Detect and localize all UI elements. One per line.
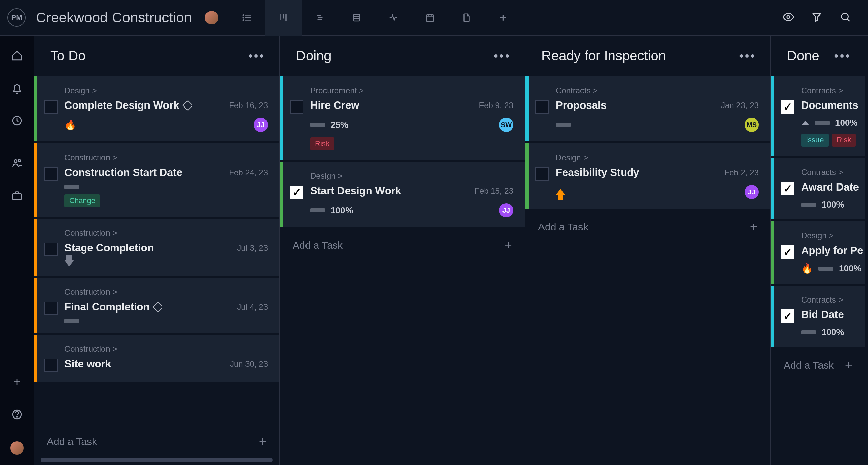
- app-logo[interactable]: PM: [7, 8, 26, 27]
- nav-user-avatar[interactable]: [10, 441, 24, 455]
- card-icons: [64, 185, 79, 189]
- column-header: Doing •••: [280, 36, 525, 76]
- view-table[interactable]: [338, 0, 375, 36]
- task-card[interactable]: Contracts >Documents100%IssueRisk: [771, 76, 865, 156]
- nav-recent[interactable]: [11, 115, 23, 128]
- tag[interactable]: Issue: [801, 134, 829, 147]
- assignee-avatar[interactable]: JJ: [254, 118, 268, 132]
- task-card[interactable]: Construction >Final CompletionJul 4, 23: [34, 278, 279, 333]
- card-category[interactable]: Construction >: [64, 344, 268, 354]
- scrollbar[interactable]: [41, 458, 273, 462]
- task-checkbox[interactable]: [44, 167, 58, 181]
- card-stripe: [34, 219, 37, 276]
- tag[interactable]: Change: [64, 194, 100, 207]
- project-title[interactable]: Creekwood Construction: [36, 9, 192, 26]
- tag[interactable]: Risk: [310, 137, 334, 150]
- view-files[interactable]: [448, 0, 485, 36]
- kanban-board[interactable]: To Do ••• Design >Complete Design WorkFe…: [34, 36, 868, 465]
- card-category[interactable]: Construction >: [64, 287, 268, 297]
- card-category[interactable]: Contracts >: [801, 86, 859, 95]
- column-body: Procurement >Hire CrewFeb 9, 2325%SWRisk…: [280, 76, 525, 465]
- nav-portfolio[interactable]: [11, 190, 23, 203]
- card-category[interactable]: Design >: [801, 231, 863, 240]
- task-checkbox[interactable]: [781, 182, 794, 195]
- task-checkbox[interactable]: [535, 167, 549, 181]
- nav-home[interactable]: [11, 50, 23, 63]
- card-category[interactable]: Contracts >: [801, 168, 859, 177]
- svg-rect-12: [354, 14, 360, 21]
- card-content: Construction >Site workJun 30, 23: [37, 335, 279, 382]
- task-card[interactable]: Construction >Construction Start DateFeb…: [34, 143, 279, 217]
- card-date: Feb 24, 23: [229, 168, 268, 177]
- view-calendar[interactable]: [412, 0, 448, 36]
- add-task-button[interactable]: Add a Task+: [34, 425, 279, 458]
- card-date: Feb 15, 23: [474, 186, 513, 196]
- card-category[interactable]: Construction >: [64, 228, 268, 238]
- nav-notifications[interactable]: [11, 82, 23, 95]
- project-avatar[interactable]: [205, 11, 218, 24]
- task-card[interactable]: Design >Feasibility StudyFeb 2, 23JJ: [525, 143, 770, 209]
- add-task-button[interactable]: Add a Task+: [771, 349, 865, 381]
- visibility-button[interactable]: [783, 11, 794, 24]
- card-category[interactable]: Design >: [310, 171, 513, 181]
- card-category[interactable]: Contracts >: [556, 86, 759, 95]
- task-checkbox[interactable]: [44, 359, 58, 372]
- add-task-button[interactable]: Add a Task+: [280, 229, 525, 261]
- card-category[interactable]: Contracts >: [801, 295, 854, 305]
- nav-add[interactable]: +: [13, 375, 20, 389]
- task-checkbox[interactable]: [44, 100, 58, 114]
- task-card[interactable]: Construction >Stage CompletionJul 3, 23: [34, 219, 279, 276]
- column-menu-button[interactable]: •••: [494, 49, 511, 63]
- view-board[interactable]: [265, 0, 302, 36]
- card-content: Contracts >Award Date100%: [774, 158, 865, 219]
- column-menu-button[interactable]: •••: [248, 49, 265, 63]
- assignee-avatar[interactable]: JJ: [499, 203, 513, 217]
- view-list[interactable]: [229, 0, 265, 36]
- view-activity[interactable]: [375, 0, 412, 36]
- tag[interactable]: Risk: [832, 134, 856, 147]
- svg-point-27: [18, 159, 21, 162]
- card-category[interactable]: Construction >: [64, 153, 268, 162]
- assignee-avatar[interactable]: JJ: [745, 185, 759, 199]
- task-card[interactable]: Design >Complete Design WorkFeb 16, 23🔥J…: [34, 76, 279, 141]
- column-menu-button[interactable]: •••: [834, 49, 851, 63]
- svg-point-21: [787, 16, 790, 19]
- task-checkbox[interactable]: [781, 100, 794, 114]
- column-body: Design >Complete Design WorkFeb 16, 23🔥J…: [34, 76, 279, 425]
- add-task-button[interactable]: Add a Task+: [525, 211, 770, 243]
- card-category[interactable]: Procurement >: [310, 86, 513, 95]
- people-icon: [11, 157, 23, 169]
- card-category[interactable]: Design >: [64, 86, 268, 95]
- view-gantt[interactable]: [302, 0, 338, 36]
- task-checkbox[interactable]: [535, 100, 549, 114]
- task-checkbox[interactable]: [781, 245, 794, 259]
- board-icon: [278, 13, 289, 23]
- task-checkbox[interactable]: [44, 243, 58, 256]
- assignee-avatar[interactable]: MS: [745, 118, 759, 132]
- card-content: Design >Complete Design WorkFeb 16, 23🔥J…: [37, 76, 279, 141]
- add-task-label: Add a Task: [47, 436, 97, 447]
- card-date: Jun 30, 23: [230, 359, 268, 369]
- task-card[interactable]: Design >Apply for Pe🔥100%: [771, 221, 865, 284]
- task-checkbox[interactable]: [290, 186, 303, 199]
- card-category[interactable]: Design >: [556, 153, 759, 162]
- card-title: Complete Design Work: [64, 99, 192, 112]
- task-card[interactable]: Design >Start Design WorkFeb 15, 23100%J…: [280, 162, 525, 227]
- task-card[interactable]: Construction >Site workJun 30, 23: [34, 335, 279, 382]
- filter-button[interactable]: [811, 11, 823, 24]
- search-button[interactable]: [840, 11, 851, 24]
- card-title: Documents: [801, 99, 859, 112]
- nav-help[interactable]: [11, 409, 23, 422]
- task-checkbox[interactable]: [290, 100, 303, 114]
- task-checkbox[interactable]: [781, 309, 794, 323]
- column-menu-button[interactable]: •••: [739, 49, 756, 63]
- task-card[interactable]: Contracts >ProposalsJan 23, 23MS: [525, 76, 770, 141]
- task-card[interactable]: Contracts >Award Date100%: [771, 158, 865, 219]
- task-checkbox[interactable]: [44, 302, 58, 315]
- assignee-avatar[interactable]: SW: [499, 118, 513, 132]
- task-card[interactable]: Procurement >Hire CrewFeb 9, 2325%SWRisk: [280, 76, 525, 160]
- nav-team[interactable]: [11, 157, 23, 170]
- task-card[interactable]: Contracts >Bid Date100%: [771, 286, 865, 347]
- card-date: Feb 2, 23: [725, 168, 759, 177]
- view-add[interactable]: [485, 0, 521, 36]
